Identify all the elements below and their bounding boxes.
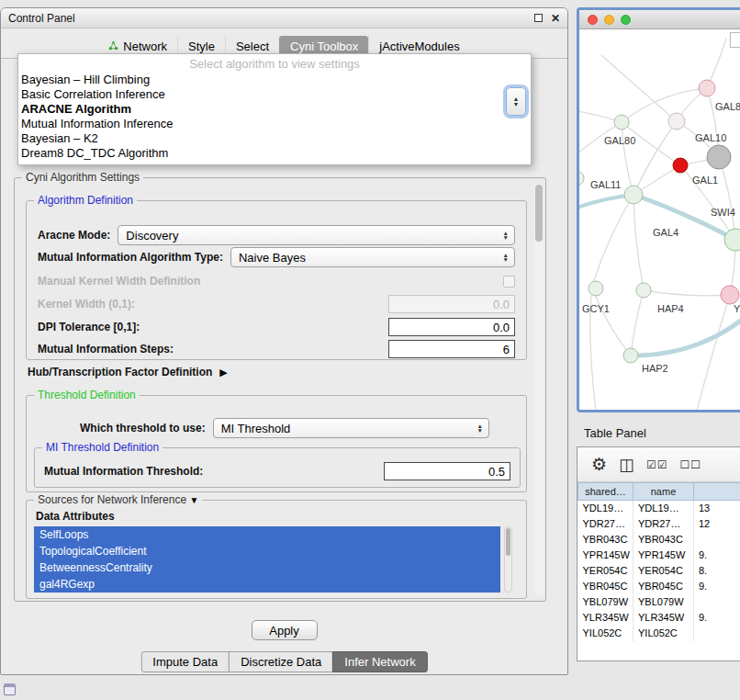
sources-title[interactable]: Sources for Network Inference ▼ — [34, 493, 202, 506]
network-edge[interactable] — [622, 88, 707, 122]
mi-threshold-input[interactable] — [384, 462, 510, 480]
network-node-pink-right[interactable] — [721, 286, 739, 304]
table-cell: YDR27… — [633, 516, 694, 532]
which-threshold-select[interactable]: MI Threshold ▲▼ — [213, 418, 489, 438]
settings-scrollbar-thumb[interactable] — [535, 185, 543, 242]
attribute-selfloops[interactable]: SelfLoops — [34, 526, 500, 543]
attribute-gal4rgexp[interactable]: gal4RGexp — [34, 576, 500, 593]
network-vscrollbar[interactable] — [730, 32, 740, 48]
table-row[interactable]: YLR345WYLR345W9. — [578, 610, 740, 626]
algorithm-definition-title: Algorithm Definition — [34, 194, 137, 207]
network-canvas[interactable]: GAL80GAL8GAL10GAL11GAL1SWI4GAL4GCY1HAP4Y… — [579, 29, 740, 411]
mi-type-select[interactable]: Naive Bayes ▲▼ — [230, 247, 515, 267]
network-node-hap2[interactable] — [623, 348, 638, 363]
table-row[interactable]: YBR045CYBR045C9. — [578, 579, 740, 594]
select-all-icon[interactable]: ☑☑ — [646, 458, 668, 471]
network-node-left-clipped[interactable] — [579, 171, 584, 186]
bottom-tab-infer-network[interactable]: Infer Network — [332, 651, 427, 672]
network-edge[interactable] — [697, 295, 730, 411]
table-row[interactable]: YBL079WYBL079W — [578, 594, 740, 610]
bottom-tab-impute-data[interactable]: Impute Data — [140, 651, 230, 672]
algorithm-option-basic-correlation-inference[interactable]: Basic Correlation Inference — [18, 87, 531, 102]
algorithm-option-dream8-dc-tdc-algorithm[interactable]: Dream8 DC_TDC Algorithm — [18, 146, 531, 161]
hub-definition-section[interactable]: Hub/Transcription Factor Definition ▶ — [28, 366, 228, 378]
bottom-tab-discretize-data[interactable]: Discretize Data — [229, 651, 333, 672]
minimized-panel-icon[interactable] — [4, 683, 16, 695]
node-label: HAP2 — [642, 363, 668, 374]
network-node-hap4[interactable] — [636, 283, 651, 298]
network-node-swi4-big[interactable] — [724, 229, 740, 251]
table-row[interactable]: YPR145WYPR145W9. — [578, 548, 740, 563]
algorithm-option-bayesian-hill-climbing[interactable]: Bayesian – Hill Climbing — [18, 73, 531, 87]
bottom-tab-bar: Impute DataDiscretize DataInfer Network — [140, 651, 427, 672]
close-window-icon[interactable]: ✕ — [551, 13, 560, 24]
float-window-icon[interactable] — [534, 14, 543, 22]
table-cell: YPR145W — [633, 548, 694, 563]
mi-steps-input[interactable] — [388, 340, 515, 358]
kernel-width-input[interactable] — [388, 295, 515, 313]
algorithm-combobox-button[interactable]: ▲▼ — [506, 87, 526, 116]
network-node-gal10[interactable] — [707, 145, 731, 169]
table-cell: YBR043C — [633, 532, 694, 548]
algorithm-popup-list: Bayesian – Hill ClimbingBasic Correlatio… — [18, 73, 531, 161]
desktop: Control Panel ✕ NetworkStyleSelectCyni T… — [0, 0, 740, 700]
data-attributes-list[interactable]: SelfLoopsTopologicalCoefficientBetweenne… — [34, 526, 500, 593]
apply-button[interactable]: Apply — [252, 620, 318, 640]
control-panel-titlebar[interactable]: Control Panel ✕ — [1, 8, 567, 28]
cyni-settings-group: Cyni Algorithm Settings Algorithm Defini… — [14, 177, 546, 602]
settings-gear-icon[interactable]: ⚙ — [591, 454, 607, 475]
network-node-red-node[interactable] — [673, 158, 688, 173]
network-edge[interactable] — [592, 195, 633, 287]
column-header-name[interactable]: name — [633, 483, 694, 501]
attributes-scrollbar-thumb[interactable] — [506, 528, 510, 556]
network-edge[interactable] — [633, 195, 644, 290]
zoom-button[interactable] — [621, 15, 631, 25]
network-edge[interactable] — [631, 290, 644, 356]
manual-kernel-checkbox[interactable] — [503, 276, 515, 288]
network-edge[interactable] — [592, 287, 631, 356]
settings-scrollbar[interactable] — [534, 183, 544, 596]
table-cell: 9. — [694, 610, 740, 626]
table-row[interactable]: YER054CYER054C8. — [578, 563, 740, 579]
show-columns-icon[interactable]: ◫ — [619, 455, 634, 475]
attribute-betweennesscentrality[interactable]: BetweennessCentrality — [34, 559, 500, 576]
table-row[interactable]: YDR27…YDR27…12 — [578, 516, 740, 532]
network-edge[interactable] — [631, 301, 740, 356]
table-row[interactable]: YIL052CYIL052C — [578, 626, 740, 641]
network-edge[interactable] — [644, 290, 730, 296]
threshold-definition-title: Threshold Definition — [34, 389, 140, 401]
control-panel-window: Control Panel ✕ NetworkStyleSelectCyni T… — [0, 7, 568, 675]
network-edge[interactable] — [601, 55, 677, 121]
data-attributes-label: Data Attributes — [36, 510, 115, 523]
network-node-gal80[interactable] — [614, 115, 629, 130]
network-edge[interactable] — [622, 122, 633, 195]
table-row[interactable]: YDL19…YDL19…13 — [578, 501, 740, 516]
aracne-mode-select[interactable]: Discovery ▲▼ — [118, 225, 515, 245]
algorithm-option-mutual-information-inference[interactable]: Mutual Information Inference — [18, 117, 531, 131]
dpi-tolerance-input[interactable] — [388, 318, 515, 336]
algorithm-option-bayesian-k2[interactable]: Bayesian – K2 — [18, 131, 531, 146]
network-node-pale-mid[interactable] — [668, 113, 685, 130]
node-label: HAP4 — [657, 303, 684, 314]
mi-type-row: Mutual Information Algorithm Type: Naive… — [38, 247, 515, 267]
deselect-all-icon[interactable]: ☐☐ — [680, 458, 702, 471]
table-cell: YDL19… — [578, 501, 633, 516]
network-window-titlebar[interactable] — [579, 10, 740, 29]
table-cell: YIL052C — [578, 626, 633, 641]
table-cell: YDL19… — [633, 501, 694, 516]
table-row[interactable]: YBR043CYBR043C — [578, 532, 740, 548]
attributes-scrollbar[interactable] — [504, 526, 512, 593]
network-node-pink-top[interactable] — [699, 80, 715, 96]
column-header-extra[interactable] — [694, 483, 740, 501]
table-cell: YBL079W — [633, 594, 694, 610]
close-button[interactable] — [588, 15, 598, 25]
table-cell: 8. — [694, 563, 740, 579]
network-node-gcy1[interactable] — [589, 281, 603, 296]
attribute-topologicalcoefficient[interactable]: TopologicalCoefficient — [34, 543, 500, 559]
table-cell: YBR043C — [578, 532, 633, 548]
column-header-shared[interactable]: shared… — [578, 483, 633, 501]
network-node-mid-green[interactable] — [624, 186, 643, 204]
minimize-button[interactable] — [604, 15, 614, 25]
algorithm-option-aracne-algorithm[interactable]: ARACNE Algorithm — [18, 102, 531, 117]
table-cell: YPR145W — [578, 548, 633, 563]
